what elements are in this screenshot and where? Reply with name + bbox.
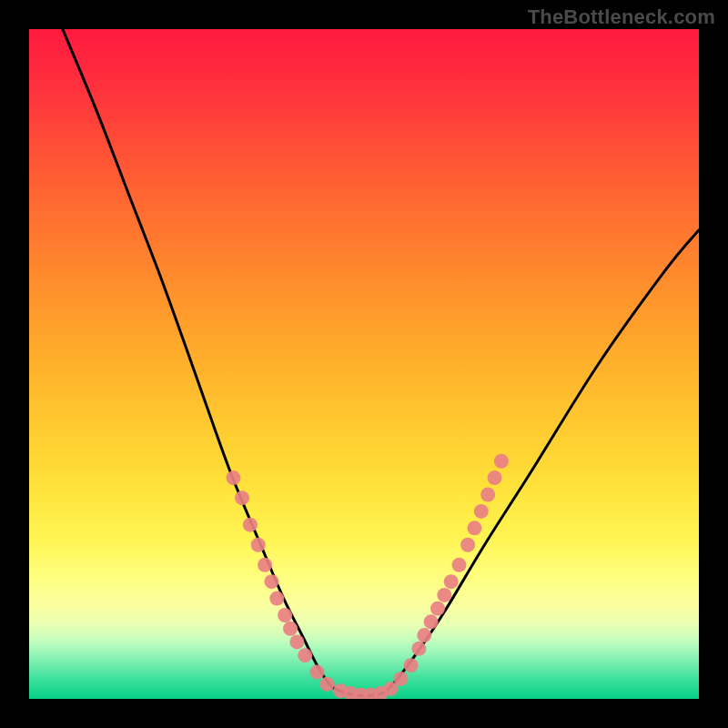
svg-point-9 — [289, 634, 304, 649]
svg-point-12 — [320, 677, 335, 692]
svg-point-7 — [278, 608, 292, 622]
credit-text: TheBottleneck.com — [528, 5, 715, 29]
svg-point-1 — [235, 490, 249, 505]
svg-point-29 — [467, 521, 481, 535]
svg-point-30 — [474, 504, 489, 519]
plot-area — [29, 29, 699, 699]
svg-point-19 — [393, 672, 408, 686]
svg-point-20 — [404, 658, 419, 672]
svg-point-32 — [488, 470, 502, 485]
svg-point-5 — [264, 574, 278, 589]
svg-point-6 — [269, 592, 284, 606]
svg-point-33 — [494, 454, 509, 469]
svg-point-4 — [258, 558, 272, 572]
svg-point-28 — [460, 538, 475, 552]
bottleneck-curve — [63, 29, 699, 696]
svg-point-26 — [444, 574, 459, 589]
svg-point-21 — [411, 642, 426, 656]
svg-point-8 — [283, 622, 298, 636]
svg-point-10 — [298, 648, 312, 662]
svg-point-25 — [437, 588, 451, 602]
svg-point-24 — [430, 602, 445, 616]
chart-frame: TheBottleneck.com — [0, 0, 728, 728]
svg-point-0 — [226, 470, 240, 485]
svg-point-22 — [417, 628, 431, 642]
curve-layer — [29, 29, 699, 699]
svg-point-3 — [251, 538, 266, 552]
svg-point-2 — [243, 518, 258, 532]
svg-point-27 — [452, 558, 467, 572]
svg-point-23 — [424, 614, 439, 629]
svg-point-31 — [480, 488, 495, 502]
svg-point-11 — [309, 665, 324, 680]
